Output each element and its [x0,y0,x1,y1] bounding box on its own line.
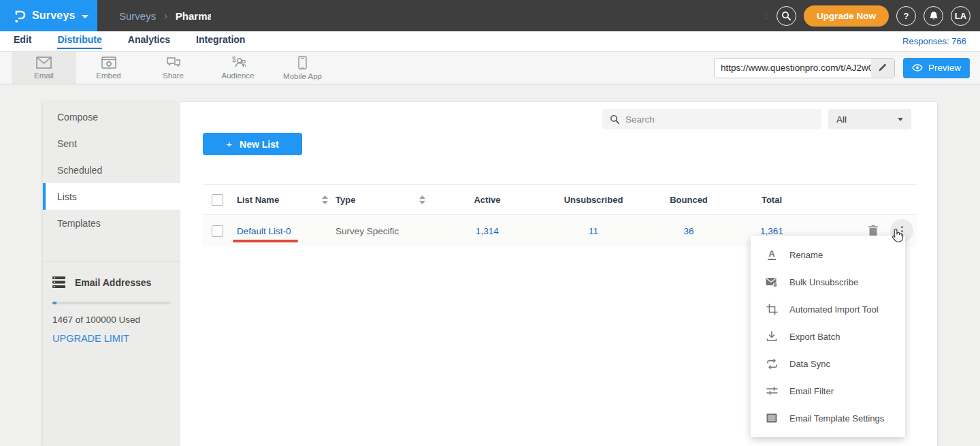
menu-item-rename[interactable]: A Rename [751,241,905,268]
toolbar-right: https://www.questionpro.com/t/AJ2w0Z0 Pr… [714,52,980,84]
tab-edit[interactable]: Edit [14,34,31,49]
list-actions-menu: A Rename Bulk Unsubscribe Automated Impo… [751,236,905,437]
email-sidebar: Compose Sent Scheduled Lists Templates E… [43,102,180,446]
help-button[interactable]: ? [896,6,916,26]
pencil-icon [878,63,887,72]
sidebar-item-sent[interactable]: Sent [43,130,180,157]
template-icon [765,413,779,423]
menu-item-email-filter[interactable]: Email Filter [751,377,905,404]
sort-icon[interactable] [322,195,336,204]
sliders-icon [765,386,779,396]
chevron-down-icon [82,15,88,18]
menu-item-label: Email Template Settings [789,413,884,424]
embed-window-gear-icon [101,57,116,69]
product-name: Surveys [32,10,76,22]
toolbar-item-label: Email [34,71,54,80]
questionpro-logo-icon [13,8,26,24]
header-type[interactable]: Type [336,195,419,205]
chevron-down-icon [898,118,903,121]
search-placeholder: Search [625,114,655,125]
sidebar-item-scheduled[interactable]: Scheduled [43,157,180,183]
tab-distribute[interactable]: Distribute [57,34,101,49]
list-filter-select[interactable]: All [828,109,911,129]
total-count[interactable]: 1,361 [732,226,811,236]
list-rows-icon [52,276,66,288]
menu-item-export-batch[interactable]: Export Batch [751,323,905,350]
download-icon [765,331,779,342]
usage-progress-bar [52,302,171,304]
toolbar-item-email[interactable]: Email [12,52,76,84]
row-checkbox[interactable] [212,225,223,237]
header-unsubscribed: Unsubscribed [542,195,645,205]
edit-url-button[interactable] [871,59,894,78]
preview-label: Preview [928,63,961,73]
header-bounced: Bounced [645,195,732,205]
menu-item-email-template-settings[interactable]: Email Template Settings [751,404,905,432]
svg-text:$: $ [232,56,236,63]
repeat-icon [765,359,779,369]
unsubscribed-count[interactable]: 11 [542,226,645,236]
avatar[interactable]: LA [951,6,970,26]
overflow-mark: : [765,11,768,21]
tab-analytics[interactable]: Analytics [128,34,170,49]
menu-item-label: Export Batch [789,332,840,342]
breadcrumb-separator: › [164,10,167,21]
mouse-cursor-icon [889,227,904,244]
active-count[interactable]: 1,314 [433,226,542,236]
preview-button[interactable]: Preview [903,58,970,78]
breadcrumb: Surveys › Pharma [119,10,211,22]
new-list-label: New List [240,139,279,150]
toolbar-item-label: Embed [96,71,120,80]
mobile-phone-icon [298,56,307,69]
usage-progress-fill [52,302,56,304]
toolbar-item-label: Mobile App [283,72,322,80]
survey-url-field[interactable]: https://www.questionpro.com/t/AJ2w0Z0 [714,58,895,78]
menu-item-label: Bulk Unsubscribe [789,277,858,287]
bounced-count[interactable]: 36 [645,226,732,236]
notifications-button[interactable] [924,6,943,26]
product-switcher[interactable]: Surveys [0,0,97,31]
text-format-icon: A [765,249,779,260]
survey-tab-bar: Edit Distribute Analytics Integration Re… [0,31,980,52]
toolbar-item-mobile-app[interactable]: Mobile App [270,52,335,84]
sidebar-item-lists[interactable]: Lists [43,183,180,210]
toolbar-item-share[interactable]: Share [141,52,206,84]
plus-icon: + [226,138,232,150]
menu-item-data-sync[interactable]: Data Sync [751,350,905,377]
list-type: Survey Specific [336,226,419,236]
tabs: Edit Distribute Analytics Integration [14,34,245,49]
list-search-input[interactable]: Search [602,109,821,129]
top-bar: Surveys Surveys › Pharma : Upgrade Now ?… [0,0,980,31]
email-addresses-section: Email Addresses 1467 of 100000 Used UPGR… [43,261,180,344]
speech-bubbles-icon [166,57,181,69]
menu-item-bulk-unsubscribe[interactable]: Bulk Unsubscribe [751,268,905,296]
menu-item-automated-import[interactable]: Automated Import Tool [751,296,905,323]
new-list-button[interactable]: + New List [203,133,302,155]
header-list-name[interactable]: List Name [237,195,322,205]
crop-icon [765,304,779,315]
distribute-toolbar: Email Embed Share $ Audience Mobile App … [0,52,980,84]
eye-icon [912,64,923,71]
bell-icon [929,11,938,21]
sidebar-item-templates[interactable]: Templates [43,210,180,236]
envelope-icon [36,57,52,69]
usage-text: 1467 of 100000 Used [52,315,171,325]
tab-integration[interactable]: Integration [196,34,245,49]
search-button[interactable] [777,6,796,26]
audience-dollar-people-icon: $ [230,56,246,69]
menu-item-label: Data Sync [789,359,830,369]
upgrade-now-button[interactable]: Upgrade Now [804,5,889,27]
email-addresses-title: Email Addresses [75,277,151,288]
menu-item-label: Email Filter [789,386,834,396]
survey-url-text: https://www.questionpro.com/t/AJ2w0Z0 [715,63,871,73]
breadcrumb-surveys-link[interactable]: Surveys [119,10,156,22]
select-all-checkbox[interactable] [212,194,223,206]
list-name-link[interactable]: Default List-0 [237,226,291,236]
sort-icon[interactable] [419,195,433,204]
toolbar-item-label: Audience [222,71,255,80]
responses-count[interactable]: Responses: 766 [902,36,966,46]
toolbar-item-audience[interactable]: $ Audience [206,52,270,84]
toolbar-item-embed[interactable]: Embed [76,52,141,84]
upgrade-limit-link[interactable]: UPGRADE LIMIT [52,333,171,344]
sidebar-item-compose[interactable]: Compose [43,103,180,130]
